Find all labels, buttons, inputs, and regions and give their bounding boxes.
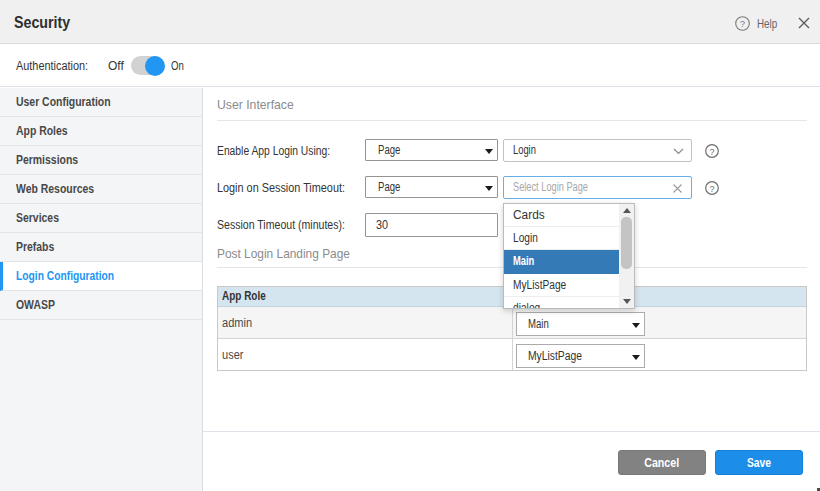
svg-text:?: ? bbox=[740, 18, 745, 29]
svg-text:?: ? bbox=[709, 147, 714, 157]
svg-text:?: ? bbox=[709, 184, 714, 194]
